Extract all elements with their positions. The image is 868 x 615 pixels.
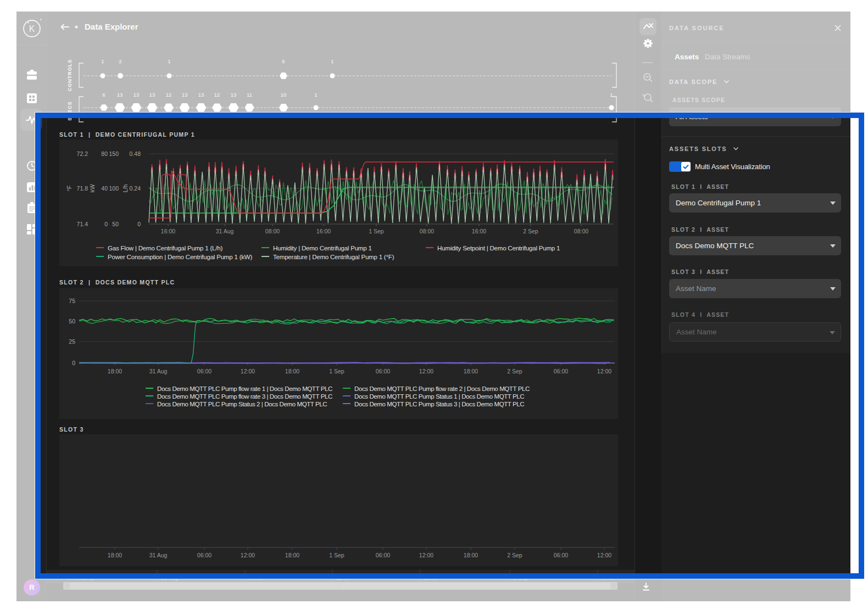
svg-text:11: 11 <box>247 92 252 98</box>
svg-text:10: 10 <box>281 92 287 98</box>
svg-text:12: 12 <box>214 92 220 98</box>
svg-text:13: 13 <box>133 92 140 98</box>
svg-text:13: 13 <box>117 92 123 98</box>
svg-text:6: 6 <box>282 58 285 64</box>
svg-text:13: 13 <box>198 92 204 98</box>
svg-text:2: 2 <box>119 58 121 64</box>
svg-text:13: 13 <box>149 92 155 98</box>
svg-text:1: 1 <box>101 58 104 64</box>
svg-text:6: 6 <box>102 92 105 98</box>
svg-text:CONTROLS: CONTROLS <box>67 59 73 92</box>
svg-text:12: 12 <box>166 92 172 98</box>
svg-text:1: 1 <box>331 58 333 64</box>
svg-text:13: 13 <box>231 92 237 98</box>
svg-text:1: 1 <box>314 92 317 98</box>
svg-text:1: 1 <box>168 58 170 64</box>
svg-text:13: 13 <box>182 92 188 98</box>
svg-text:1: 1 <box>610 92 613 98</box>
svg-text:K: K <box>29 24 35 33</box>
